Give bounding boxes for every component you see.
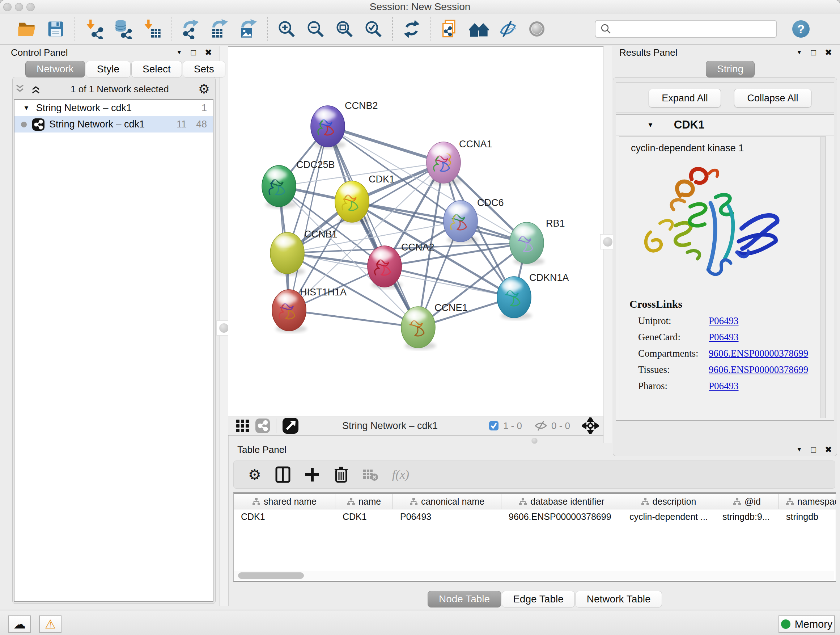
import-network-icon[interactable] (83, 18, 105, 40)
crosslink-link[interactable]: 9606.ENSP00000378699 (709, 364, 808, 375)
toolbar-separator (171, 17, 172, 41)
panel-close-icon[interactable]: ✖ (825, 48, 832, 57)
search-icon (600, 23, 612, 35)
crosslink-link[interactable]: P06493 (709, 380, 739, 392)
entry-collapse-icon[interactable]: ▼ (647, 121, 654, 129)
collapse-all-button[interactable]: Collapse All (734, 89, 812, 108)
warning-icon: ⚠ (45, 617, 56, 631)
tab-node-table[interactable]: Node Table (428, 591, 501, 608)
network-collection-row[interactable]: ▼ String Network – cdk1 1 (14, 100, 213, 116)
open-session-icon[interactable] (16, 18, 38, 40)
warnings-button[interactable]: ⚠ (39, 616, 62, 633)
panel-float-icon[interactable]: □ (811, 445, 816, 454)
table-hscrollbar-thumb[interactable] (238, 572, 304, 579)
table-cell[interactable]: stringdb (779, 511, 836, 522)
network-node-count: 11 (177, 119, 187, 130)
hidden-count: 0 - 0 (551, 420, 570, 432)
memory-button[interactable]: Memory (778, 616, 835, 633)
entry-header[interactable]: ▼ CDK1 (616, 115, 834, 135)
import-network-from-database-icon[interactable] (112, 18, 134, 40)
network-list-options-gear-icon[interactable]: ⚙ (198, 82, 210, 96)
table-cell[interactable]: P06493 (393, 511, 501, 522)
expand-all-button[interactable]: Expand All (649, 89, 721, 108)
home-networks-icon[interactable] (468, 18, 490, 40)
crosslink-link[interactable]: 9606.ENSP00000378699 (709, 348, 808, 359)
results-scrollbar-track[interactable] (821, 137, 826, 418)
network-list-toolbar: 1 of 1 Network selected ⚙ (14, 81, 213, 97)
crosslink-label: Compartments: (638, 348, 709, 359)
tab-sets[interactable]: Sets (183, 61, 225, 78)
panel-float-icon[interactable]: □ (191, 48, 196, 57)
zoom-fit-icon[interactable] (333, 18, 355, 40)
help-icon: ? (797, 22, 805, 36)
clone-network-icon[interactable] (439, 18, 461, 40)
panel-collapse-icon[interactable]: ▼ (797, 50, 802, 55)
column-header-canonical-name[interactable]: canonical name (393, 494, 501, 509)
export-table-icon[interactable] (208, 18, 231, 40)
table-hscrollbar[interactable] (234, 571, 834, 580)
show-columns-icon[interactable] (275, 466, 291, 483)
crosslink-row: Compartments:9606.ENSP00000378699 (638, 348, 826, 359)
table-row[interactable]: CDK1CDK1P064939606.ENSP00000378699cyclin… (234, 509, 836, 524)
help-button[interactable]: ? (792, 20, 810, 38)
table-cell[interactable]: CDK1 (335, 511, 393, 522)
cloud-button[interactable]: ☁ (8, 616, 31, 633)
panel-collapse-icon[interactable]: ▼ (177, 50, 182, 55)
tab-network[interactable]: Network (25, 61, 85, 78)
column-header-description[interactable]: description (622, 494, 715, 509)
table-cell[interactable]: stringdb:9... (715, 511, 779, 522)
toggle-graphics-details-icon[interactable] (497, 18, 519, 40)
crosslink-row: GeneCard:P06493 (638, 332, 826, 343)
column-header-shared-name[interactable]: shared name (234, 494, 335, 509)
panel-float-icon[interactable]: □ (811, 48, 816, 57)
network-canvas[interactable]: CCNB2CCNA1CDC25BCDK1CDC6RB1CCNB1CCNA2CDK… (228, 47, 603, 415)
table-cell[interactable]: CDK1 (234, 511, 335, 522)
column-header-@id[interactable]: @id (715, 494, 779, 509)
expand-all-icon[interactable] (30, 84, 41, 94)
detach-view-icon[interactable] (282, 417, 299, 434)
tab-network-table[interactable]: Network Table (576, 591, 662, 608)
save-session-icon[interactable] (44, 18, 67, 40)
table-cell[interactable]: cyclin-dependent ... (622, 511, 715, 522)
left-splitter[interactable] (219, 46, 229, 606)
zoom-selected-icon[interactable] (362, 18, 385, 40)
network-row-selected[interactable]: String Network – cdk1 11 48 (14, 116, 213, 133)
column-header-database-identifier[interactable]: database identifier (501, 494, 622, 509)
table-settings-gear-icon[interactable]: ⚙ (248, 467, 261, 482)
zoom-out-icon[interactable] (304, 18, 327, 40)
create-column-icon[interactable] (305, 467, 320, 482)
window-title: Session: New Session (0, 1, 840, 13)
grid-view-icon[interactable] (235, 419, 250, 432)
birdseye-view-icon[interactable] (526, 18, 548, 40)
right-splitter[interactable] (603, 46, 612, 443)
tab-style[interactable]: Style (86, 61, 131, 78)
selected-checkbox-icon[interactable] (489, 421, 499, 431)
crosslink-link[interactable]: P06493 (709, 332, 739, 343)
search-input[interactable] (595, 20, 777, 38)
delete-column-icon[interactable] (333, 466, 349, 483)
crosslink-link[interactable]: P06493 (709, 315, 739, 326)
column-header-name[interactable]: name (335, 494, 393, 509)
results-tab-string[interactable]: String (706, 61, 755, 78)
pan-crosshair-icon[interactable] (582, 417, 599, 434)
column-header-namespace[interactable]: namespace (779, 494, 836, 509)
results-panel-title: Results Panel (619, 47, 677, 58)
panel-collapse-icon[interactable]: ▼ (797, 447, 802, 453)
export-network-icon[interactable] (179, 18, 202, 40)
zoom-in-icon[interactable] (275, 18, 298, 40)
crosslink-label: Tissues: (638, 364, 709, 375)
import-table-icon[interactable] (141, 18, 163, 40)
crosslink-row: Tissues:9606.ENSP00000378699 (638, 364, 826, 375)
tab-edge-table[interactable]: Edge Table (502, 591, 575, 608)
panel-close-icon[interactable]: ✖ (825, 445, 832, 454)
table-toolbar: ⚙ f(x) (233, 461, 835, 489)
network-view-mode-icon[interactable] (255, 418, 270, 433)
table-cell[interactable]: 9606.ENSP00000378699 (501, 511, 622, 522)
tab-select[interactable]: Select (131, 61, 182, 78)
collapse-all-icon[interactable] (14, 84, 25, 94)
export-image-icon[interactable] (237, 18, 259, 40)
network-view-title: String Network – cdk1 (342, 420, 438, 432)
panel-close-icon[interactable]: ✖ (205, 48, 212, 57)
tree-expand-icon[interactable]: ▼ (23, 104, 30, 112)
refresh-layout-icon[interactable] (401, 18, 423, 40)
